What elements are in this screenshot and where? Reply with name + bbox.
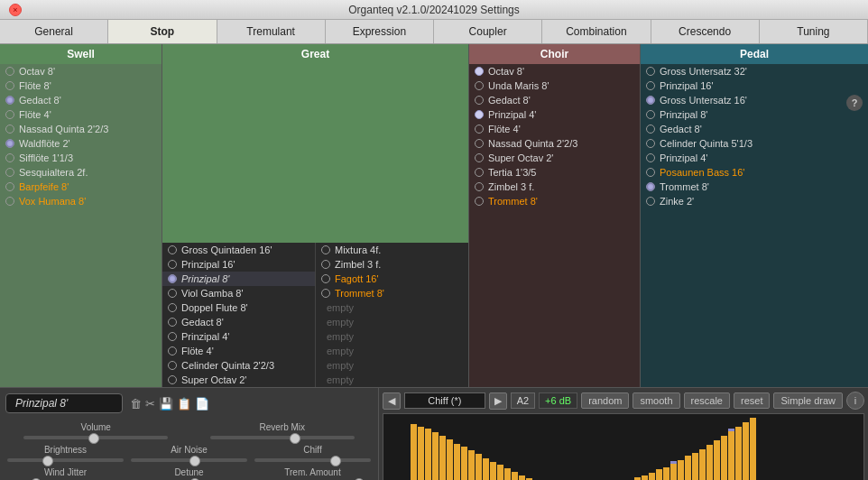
list-item[interactable]: Gedact 8' [469, 93, 640, 107]
list-item[interactable]: Trommet 8' [469, 194, 640, 208]
stop-radio[interactable] [475, 110, 484, 119]
stop-radio[interactable] [646, 153, 655, 162]
stop-radio[interactable] [646, 96, 655, 105]
stop-radio[interactable] [168, 346, 177, 355]
stop-radio[interactable] [321, 274, 330, 283]
list-item[interactable]: Prinzipal 4' [641, 151, 868, 165]
list-item[interactable]: Zimbel 3 f. [316, 257, 468, 272]
reverb-slider[interactable] [210, 436, 355, 439]
tab-general[interactable]: General [0, 20, 108, 43]
viz-bar[interactable] [483, 458, 489, 480]
viz-bar[interactable] [656, 469, 662, 480]
save-icon[interactable]: 💾 [159, 397, 173, 411]
viz-bar[interactable] [490, 462, 496, 480]
viz-bar[interactable] [468, 450, 475, 480]
viz-bar[interactable] [476, 454, 482, 480]
paste-icon[interactable]: 📄 [195, 397, 209, 411]
list-item[interactable]: Viol Gamba 8' [162, 286, 315, 300]
list-item[interactable]: Gedact 8' [641, 122, 868, 136]
scissors-icon[interactable]: ✂ [145, 397, 155, 411]
viz-bar[interactable] [663, 467, 669, 480]
stop-radio[interactable] [475, 197, 484, 206]
list-item[interactable]: Posaunen Bass 16' [641, 165, 868, 180]
stop-radio[interactable] [475, 153, 484, 162]
viz-smooth-button[interactable]: smooth [633, 392, 679, 409]
list-item[interactable]: Prinzipal 16' [641, 78, 868, 93]
viz-bar[interactable] [750, 418, 756, 480]
list-item[interactable]: Doppel Flute 8' [162, 300, 315, 315]
stop-radio[interactable] [168, 318, 177, 327]
viz-bar[interactable] [432, 432, 439, 480]
viz-bar[interactable] [454, 444, 460, 480]
copy-icon[interactable]: 📋 [177, 397, 191, 411]
viz-prev-button[interactable]: ◀ [383, 392, 401, 410]
stop-radio[interactable] [168, 332, 177, 341]
tab-stop[interactable]: Stop [108, 20, 217, 43]
viz-bar[interactable] [447, 439, 453, 480]
viz-bar[interactable] [706, 445, 713, 480]
close-button[interactable]: × [9, 4, 22, 16]
list-item[interactable]: Octav 8' [469, 64, 640, 78]
list-item[interactable]: Fagott 16' [316, 272, 468, 286]
list-item[interactable]: Trommet 8' [641, 180, 868, 194]
list-item[interactable]: Nassad Quinta 2'2/3 [469, 136, 640, 151]
viz-random-button[interactable]: random [581, 392, 629, 409]
list-item[interactable]: Mixtura 4f. [316, 243, 468, 257]
stop-radio[interactable] [168, 375, 177, 384]
viz-bar[interactable] [685, 456, 691, 480]
viz-bar[interactable] [678, 460, 684, 480]
stop-radio[interactable] [475, 168, 484, 177]
stop-radio[interactable] [5, 81, 14, 90]
viz-bar[interactable] [418, 427, 424, 480]
viz-bar[interactable] [411, 424, 417, 480]
stop-radio[interactable] [168, 361, 177, 370]
list-item[interactable]: Gross Untersatz 32' [641, 64, 868, 78]
viz-bar[interactable] [497, 465, 503, 480]
list-item[interactable]: Gedact 8' [162, 315, 315, 329]
viz-bar[interactable] [735, 427, 742, 480]
list-item[interactable]: Flöte 4' [0, 107, 162, 122]
viz-rescale-button[interactable]: rescale [684, 392, 730, 409]
list-item[interactable]: Zinke 2' [641, 194, 868, 208]
viz-bar[interactable] [721, 436, 727, 480]
tab-tremulant[interactable]: Tremulant [217, 20, 326, 43]
list-item[interactable]: Super Octav 2' [162, 373, 315, 387]
stop-radio[interactable] [168, 245, 177, 254]
list-item[interactable]: Celinder Quinta 5'1/3 [641, 136, 868, 151]
list-item[interactable]: Trommet 8' [316, 286, 468, 300]
list-item[interactable]: Tertia 1'3/5 [469, 165, 640, 180]
stop-radio[interactable] [475, 67, 484, 76]
stop-radio[interactable] [646, 125, 655, 134]
list-item[interactable]: Gross Quintaden 16' [162, 243, 315, 257]
stop-radio[interactable] [5, 125, 14, 134]
list-item[interactable]: Vox Humana 8' [0, 194, 162, 208]
viz-bar[interactable] [699, 449, 706, 480]
tab-crescendo[interactable]: Crescendo [651, 20, 760, 43]
stop-radio[interactable] [168, 274, 177, 283]
list-item[interactable]: Super Octav 2' [469, 151, 640, 165]
list-item[interactable]: Zimbel 3 f. [469, 180, 640, 194]
viz-bar[interactable] [519, 475, 525, 480]
list-item[interactable]: Unda Maris 8' [469, 78, 640, 93]
trash-icon[interactable]: 🗑 [130, 397, 142, 411]
viz-bar[interactable] [728, 431, 734, 480]
list-item[interactable]: Nassad Quinta 2'2/3 [0, 122, 162, 136]
help-button[interactable]: ? [846, 95, 863, 111]
stop-radio[interactable] [646, 110, 655, 119]
list-item[interactable]: Prinzipal 8' [641, 107, 868, 122]
list-item[interactable]: Celinder Quinta 2'2/3 [162, 358, 315, 373]
stop-radio[interactable] [5, 67, 14, 76]
list-item[interactable]: Prinzipal 4' [162, 329, 315, 344]
stop-radio[interactable] [5, 197, 14, 206]
list-item[interactable]: Prinzipal 16' [162, 257, 315, 272]
stop-radio[interactable] [168, 303, 177, 312]
viz-info-button[interactable]: i [846, 392, 864, 410]
tab-expression[interactable]: Expression [326, 20, 434, 43]
stop-radio[interactable] [5, 153, 14, 162]
list-item[interactable]: Gross Untersatz 16' [641, 93, 868, 107]
stop-radio[interactable] [5, 110, 14, 119]
list-item[interactable]: Gedact 8' [0, 93, 162, 107]
viz-bar[interactable] [439, 436, 446, 480]
viz-bar[interactable] [692, 453, 698, 480]
viz-bar[interactable] [461, 447, 467, 480]
